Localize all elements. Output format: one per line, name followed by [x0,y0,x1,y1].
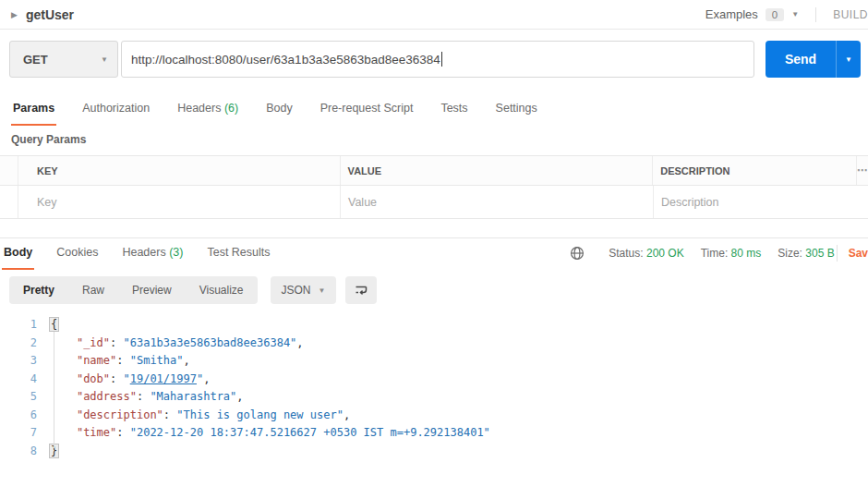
line-number: 7 [0,424,50,443]
examples-label[interactable]: Examples [705,7,758,21]
wrap-lines-icon [354,283,368,298]
tab-params[interactable]: Params [11,94,56,126]
size-indicator: Size: 305 B [778,247,834,260]
view-mode-raw[interactable]: Raw [68,276,118,304]
response-tab-body[interactable]: Body [2,238,34,270]
response-body-json: 1 { 2 "_id": "63a1b3a3e5863bad8ee36384",… [0,316,868,460]
description-input[interactable]: Description [654,186,857,218]
line-number: 1 [0,316,50,335]
save-response-button[interactable]: Sav [849,247,868,260]
query-params-table: KEY VALUE DESCRIPTION ⋯ Key Value Descri… [0,155,868,219]
tab-settings[interactable]: Settings [494,94,539,126]
code-line: 5 "address": "Maharashtra", [0,388,868,407]
tab-headers[interactable]: Headers (6) [175,94,240,126]
column-header-description: DESCRIPTION [653,156,856,185]
code-line: 4 "dob": "19/01/1997", [0,371,868,389]
table-header-row: KEY VALUE DESCRIPTION ⋯ [0,156,868,186]
response-tab-cookies[interactable]: Cookies [54,238,100,270]
format-select[interactable]: JSON ▼ [271,276,337,304]
send-label[interactable]: Send [766,41,836,78]
request-builder-row: GET ▼ http://localhost:8080/user/63a1b3a… [0,30,868,89]
time-value: 80 ms [731,247,762,260]
value-input[interactable]: Value [341,186,654,218]
code-line: 3 "name": "Smitha", [0,352,868,371]
bulk-edit-cell: ⋯ [856,156,868,185]
line-number: 8 [0,443,50,461]
row-select-column [0,186,18,218]
url-input[interactable]: http://localhost:8080/user/63a1b3a3e5863… [121,41,754,78]
build-label: BUILD [833,8,868,21]
code-line: 7 "time": "2022-12-20 18:37:47.5216627 +… [0,424,868,443]
method-label: GET [23,53,101,67]
collapse-caret-icon[interactable]: ▶ [11,10,18,19]
code-line: 2 "_id": "63a1b3a3e5863bad8ee36384", [0,335,868,353]
view-mode-visualize[interactable]: Visualize [186,276,258,304]
size-value: 305 B [805,247,834,260]
table-row: Key Value Description [0,186,868,219]
response-tab-headers[interactable]: Headers (3) [120,238,185,270]
response-header: Body Cookies Headers (3) Test Results St… [0,237,868,270]
view-mode-pretty[interactable]: Pretty [9,276,68,304]
code-line: 6 "description": "This is golang new use… [0,407,868,425]
format-dropdown-icon: ▼ [319,286,326,295]
request-title: getUser [26,7,74,22]
response-tabs: Body Cookies Headers (3) Test Results [0,238,272,270]
tab-body[interactable]: Body [264,94,295,126]
code-line: 8 } [0,443,868,461]
meta-divider [837,245,838,262]
response-view-toolbar: Pretty Raw Preview Visualize JSON ▼ [9,276,868,304]
query-params-label: Query Params [11,133,868,146]
line-number: 3 [0,352,50,371]
view-mode-switch: Pretty Raw Preview Visualize [9,276,258,304]
header-divider [815,7,816,22]
wrap-lines-button[interactable] [345,276,377,304]
tab-authorization[interactable]: Authorization [80,94,151,126]
tab-pre-request-script[interactable]: Pre-request Script [319,94,416,126]
status-value: 200 OK [646,247,684,260]
date-link[interactable]: 19/01/1997 [130,372,197,385]
method-dropdown-icon: ▼ [101,55,108,64]
examples-dropdown-icon[interactable]: ▼ [791,10,799,18]
url-text: http://localhost:8080/user/63a1b3a3e5863… [131,53,440,67]
code-line: 1 { [0,316,868,335]
section-spacer [0,219,868,237]
format-label: JSON [282,284,311,297]
send-options-icon[interactable]: ▼ [836,41,861,78]
network-globe-icon[interactable] [570,246,585,261]
line-number: 5 [0,388,50,407]
send-button[interactable]: Send ▼ [766,41,861,78]
tab-tests[interactable]: Tests [439,94,469,126]
key-input[interactable]: Key [18,186,341,218]
examples-count-badge: 0 [766,8,784,21]
column-header-value: VALUE [341,156,654,185]
more-options-icon[interactable]: ⋯ [857,164,868,176]
request-tabs: Params Authorization Headers (6) Body Pr… [0,89,868,126]
request-header-bar: ▶ getUser Examples 0 ▼ BUILD [0,0,868,30]
view-mode-preview[interactable]: Preview [118,276,186,304]
line-number: 2 [0,335,50,353]
line-number: 4 [0,371,50,389]
row-select-column [0,156,18,185]
indent-guide [54,332,54,448]
method-select[interactable]: GET ▼ [9,41,118,78]
row-end-cell [857,186,868,218]
line-number: 6 [0,407,50,425]
column-header-key: KEY [18,156,341,185]
response-meta: Status: 200 OK Time: 80 ms Size: 305 B S… [570,245,868,270]
status-indicator: Status: 200 OK [609,247,683,260]
text-cursor [441,52,442,67]
time-indicator: Time: 80 ms [701,247,762,260]
response-tab-test-results[interactable]: Test Results [205,238,271,270]
